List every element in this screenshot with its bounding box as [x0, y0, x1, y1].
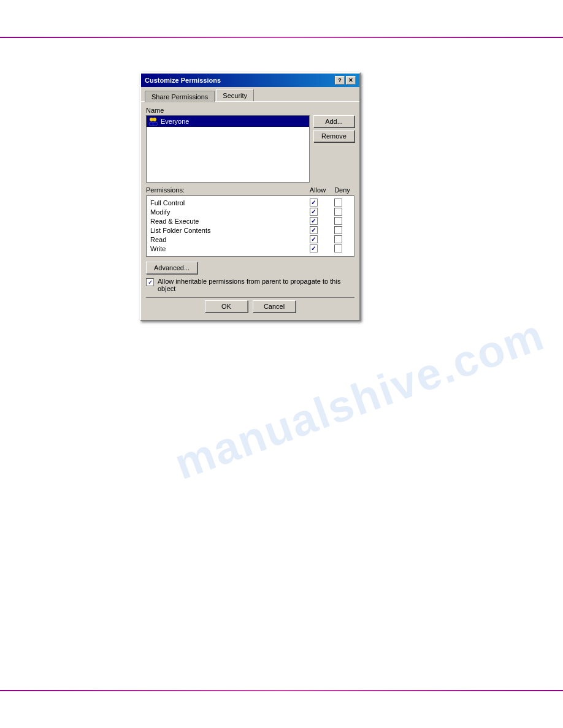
full-control-deny-checkbox[interactable] — [334, 199, 342, 207]
close-button[interactable]: ✕ — [346, 76, 356, 85]
read-execute-allow-cell — [301, 217, 326, 225]
permissions-table: Full Control Modify — [146, 195, 354, 257]
name-list-container: Everyone Add... Remove — [146, 115, 354, 183]
perm-row-list-folder: List Folder Contents — [150, 226, 350, 234]
name-list[interactable]: Everyone — [146, 115, 310, 183]
read-deny-cell — [326, 235, 350, 243]
write-deny-checkbox[interactable] — [334, 245, 342, 252]
modify-deny-checkbox[interactable] — [334, 208, 342, 216]
list-buttons: Add... Remove — [313, 115, 354, 183]
read-execute-allow-checkbox[interactable] — [310, 217, 318, 225]
perm-row-full-control: Full Control — [150, 199, 350, 207]
svg-point-1 — [153, 118, 156, 121]
read-execute-deny-cell — [326, 217, 350, 225]
name-column-label: Name — [146, 107, 354, 114]
full-control-allow-checkbox[interactable] — [310, 199, 318, 207]
cancel-button[interactable]: Cancel — [253, 300, 296, 313]
inherit-area: Allow inheritable permissions from paren… — [146, 278, 354, 292]
full-control-deny-cell — [326, 199, 350, 207]
help-button[interactable]: ? — [335, 76, 345, 85]
svg-point-3 — [153, 122, 158, 126]
remove-button[interactable]: Remove — [313, 130, 354, 142]
read-allow-checkbox[interactable] — [310, 235, 318, 243]
dialog-body: Name Everyone — [141, 101, 359, 320]
list-folder-allow-cell — [301, 226, 326, 234]
bottom-decorative-line — [0, 690, 563, 691]
everyone-label: Everyone — [161, 118, 189, 125]
inherit-text: Allow inheritable permissions from paren… — [158, 278, 354, 292]
deny-col-header: Deny — [330, 186, 354, 194]
advanced-area: Advanced... — [146, 262, 354, 274]
tabs-area: Share Permissions Security — [141, 87, 359, 101]
perm-row-read: Read — [150, 235, 350, 243]
top-decorative-line — [0, 37, 563, 38]
dialog-title: Customize Permissions — [145, 77, 335, 84]
name-section: Name Everyone — [146, 107, 354, 183]
list-item-everyone[interactable]: Everyone — [147, 116, 309, 127]
list-folder-allow-checkbox[interactable] — [310, 226, 318, 234]
inherit-checkbox[interactable] — [146, 278, 154, 286]
permissions-label: Permissions: — [146, 186, 305, 194]
perm-row-modify: Modify — [150, 208, 350, 216]
list-folder-deny-cell — [326, 226, 350, 234]
allow-col-header: Allow — [305, 186, 330, 194]
write-deny-cell — [326, 245, 350, 252]
full-control-allow-cell — [301, 199, 326, 207]
everyone-icon — [148, 116, 158, 126]
perm-modify-label: Modify — [150, 208, 301, 216]
tab-security[interactable]: Security — [216, 89, 254, 101]
perm-full-control-label: Full Control — [150, 199, 301, 207]
add-button[interactable]: Add... — [313, 115, 354, 127]
permissions-header: Permissions: Allow Deny — [146, 186, 354, 194]
list-folder-deny-checkbox[interactable] — [334, 226, 342, 234]
write-allow-cell — [301, 245, 326, 252]
perm-write-label: Write — [150, 245, 301, 252]
title-bar-controls: ? ✕ — [335, 76, 356, 85]
advanced-button[interactable]: Advanced... — [146, 262, 197, 274]
permissions-section: Permissions: Allow Deny Full Control — [146, 186, 354, 257]
tab-share-permissions[interactable]: Share Permissions — [145, 91, 215, 102]
perm-row-write: Write — [150, 245, 350, 252]
perm-read-label: Read — [150, 236, 301, 243]
read-deny-checkbox[interactable] — [334, 235, 342, 243]
modify-deny-cell — [326, 208, 350, 216]
read-execute-deny-checkbox[interactable] — [334, 217, 342, 225]
title-bar: Customize Permissions ? ✕ — [141, 74, 359, 87]
customize-permissions-dialog: Customize Permissions ? ✕ Share Permissi… — [140, 72, 361, 321]
perm-row-read-execute: Read & Execute — [150, 217, 350, 225]
dialog-footer: OK Cancel — [146, 297, 354, 315]
perm-read-execute-label: Read & Execute — [150, 218, 301, 225]
modify-allow-cell — [301, 208, 326, 216]
modify-allow-checkbox[interactable] — [310, 208, 318, 216]
perm-list-folder-label: List Folder Contents — [150, 227, 301, 234]
write-allow-checkbox[interactable] — [310, 245, 318, 252]
read-allow-cell — [301, 235, 326, 243]
watermark: manualshive.com — [168, 309, 551, 489]
ok-button[interactable]: OK — [205, 300, 248, 313]
